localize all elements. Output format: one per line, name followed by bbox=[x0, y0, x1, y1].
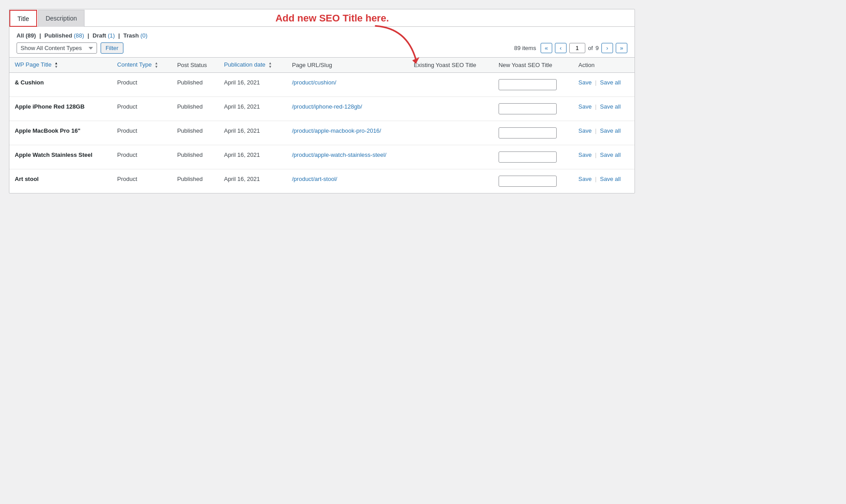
cell-content-type: Product bbox=[112, 121, 172, 145]
new-seo-input[interactable] bbox=[499, 176, 557, 187]
save-all-link[interactable]: Save all bbox=[600, 79, 621, 86]
cell-existing-seo bbox=[408, 169, 493, 193]
new-seo-input[interactable] bbox=[499, 127, 557, 139]
cell-page-url[interactable]: /product/art-stool/ bbox=[287, 169, 408, 193]
cell-pub-date: April 16, 2021 bbox=[219, 121, 287, 145]
page-number-input[interactable] bbox=[569, 43, 585, 53]
content-type-filter[interactable]: Show All Content Types bbox=[17, 42, 97, 54]
table-row: Art stool Product Published April 16, 20… bbox=[9, 169, 634, 193]
annotation-text: Add new SEO Title here. bbox=[275, 13, 389, 24]
col-header-new-seo: New Yoast SEO Title bbox=[493, 58, 573, 73]
sort-arrows-title: ▲ ▼ bbox=[55, 62, 58, 69]
cell-pub-date: April 16, 2021 bbox=[219, 97, 287, 121]
cell-existing-seo bbox=[408, 97, 493, 121]
pagination-info: 89 items « ‹ of 9 › » bbox=[514, 43, 627, 53]
page-next-button[interactable]: › bbox=[601, 43, 613, 53]
sort-arrows-pub-date: ▲ ▼ bbox=[268, 62, 272, 69]
cell-existing-seo bbox=[408, 72, 493, 97]
status-all-label: All bbox=[17, 32, 24, 39]
cell-post-status: Published bbox=[172, 169, 219, 193]
new-seo-input[interactable] bbox=[499, 103, 557, 114]
filter-button[interactable]: Filter bbox=[101, 42, 123, 54]
status-draft-link[interactable]: Draft (1) bbox=[93, 32, 116, 39]
col-header-pub-date[interactable]: Publication date ▲ ▼ bbox=[219, 58, 287, 73]
cell-content-type: Product bbox=[112, 72, 172, 97]
cell-action: Save | Save all bbox=[573, 145, 635, 169]
cell-page-url[interactable]: /product/apple-macbook-pro-2016/ bbox=[287, 121, 408, 145]
cell-pub-date: April 16, 2021 bbox=[219, 169, 287, 193]
cell-pub-date: April 16, 2021 bbox=[219, 145, 287, 169]
cell-action: Save | Save all bbox=[573, 121, 635, 145]
cell-action: Save | Save all bbox=[573, 72, 635, 97]
cell-action: Save | Save all bbox=[573, 169, 635, 193]
cell-new-seo[interactable] bbox=[493, 145, 573, 169]
save-link[interactable]: Save bbox=[579, 103, 592, 110]
col-header-action: Action bbox=[573, 58, 635, 73]
items-count: 89 items bbox=[514, 45, 536, 51]
status-trash-link[interactable]: Trash (0) bbox=[123, 32, 148, 39]
save-all-link[interactable]: Save all bbox=[600, 127, 621, 134]
cell-wp-title: Apple iPhone Red 128GB bbox=[9, 97, 112, 121]
filter-controls: Show All Content Types Filter Add new SE… bbox=[17, 42, 627, 54]
table-header-row: WP Page Title ▲ ▼ Content Type ▲ ▼ Po bbox=[9, 58, 634, 73]
status-published-link[interactable]: Published (88) bbox=[44, 32, 85, 39]
page-of-label: of bbox=[588, 45, 593, 51]
col-header-content-type[interactable]: Content Type ▲ ▼ bbox=[112, 58, 172, 73]
content-box: Title Description All (89) | Published (… bbox=[9, 9, 635, 193]
filter-bar: All (89) | Published (88) | Draft (1) | … bbox=[9, 27, 634, 57]
page-prev-button[interactable]: ‹ bbox=[555, 43, 567, 53]
cell-new-seo[interactable] bbox=[493, 97, 573, 121]
page-wrapper: Title Description All (89) | Published (… bbox=[0, 0, 846, 504]
cell-new-seo[interactable] bbox=[493, 169, 573, 193]
filter-left: Show All Content Types Filter bbox=[17, 42, 123, 54]
new-seo-input[interactable] bbox=[499, 79, 557, 90]
col-header-wp-title[interactable]: WP Page Title ▲ ▼ bbox=[9, 58, 112, 73]
cell-wp-title: Apple MacBook Pro 16" bbox=[9, 121, 112, 145]
cell-wp-title: & Cushion bbox=[9, 72, 112, 97]
table-row: Apple iPhone Red 128GB Product Published… bbox=[9, 97, 634, 121]
cell-content-type: Product bbox=[112, 169, 172, 193]
tab-description[interactable]: Description bbox=[38, 10, 85, 27]
save-all-link[interactable]: Save all bbox=[600, 103, 621, 110]
save-link[interactable]: Save bbox=[579, 127, 592, 134]
cell-content-type: Product bbox=[112, 145, 172, 169]
save-all-link[interactable]: Save all bbox=[600, 151, 621, 158]
tab-title[interactable]: Title bbox=[9, 10, 37, 27]
cell-page-url[interactable]: /product/apple-watch-stainless-steel/ bbox=[287, 145, 408, 169]
cell-post-status: Published bbox=[172, 145, 219, 169]
cell-wp-title: Apple Watch Stainless Steel bbox=[9, 145, 112, 169]
status-links: All (89) | Published (88) | Draft (1) | … bbox=[17, 32, 627, 39]
cell-post-status: Published bbox=[172, 121, 219, 145]
cell-page-url[interactable]: /product/iphone-red-128gb/ bbox=[287, 97, 408, 121]
table-row: Apple MacBook Pro 16" Product Published … bbox=[9, 121, 634, 145]
page-last-button[interactable]: » bbox=[616, 43, 627, 53]
status-all-count: (89) bbox=[25, 32, 36, 39]
cell-content-type: Product bbox=[112, 97, 172, 121]
total-pages: 9 bbox=[596, 45, 599, 51]
annotation-arrow bbox=[371, 24, 425, 64]
cell-existing-seo bbox=[408, 145, 493, 169]
cell-action: Save | Save all bbox=[573, 97, 635, 121]
cell-post-status: Published bbox=[172, 72, 219, 97]
table-row: & Cushion Product Published April 16, 20… bbox=[9, 72, 634, 97]
sort-arrows-content-type: ▲ ▼ bbox=[155, 62, 158, 69]
save-link[interactable]: Save bbox=[579, 79, 592, 86]
save-link[interactable]: Save bbox=[579, 151, 592, 158]
cell-wp-title: Art stool bbox=[9, 169, 112, 193]
cell-new-seo[interactable] bbox=[493, 121, 573, 145]
cell-new-seo[interactable] bbox=[493, 72, 573, 97]
page-first-button[interactable]: « bbox=[541, 43, 552, 53]
save-all-link[interactable]: Save all bbox=[600, 176, 621, 182]
cell-page-url[interactable]: /product/cushion/ bbox=[287, 72, 408, 97]
cell-existing-seo bbox=[408, 121, 493, 145]
new-seo-input[interactable] bbox=[499, 151, 557, 163]
table-row: Apple Watch Stainless Steel Product Publ… bbox=[9, 145, 634, 169]
cell-pub-date: April 16, 2021 bbox=[219, 72, 287, 97]
save-link[interactable]: Save bbox=[579, 176, 592, 182]
col-header-post-status: Post Status bbox=[172, 58, 219, 73]
cell-post-status: Published bbox=[172, 97, 219, 121]
data-table: WP Page Title ▲ ▼ Content Type ▲ ▼ Po bbox=[9, 57, 634, 193]
